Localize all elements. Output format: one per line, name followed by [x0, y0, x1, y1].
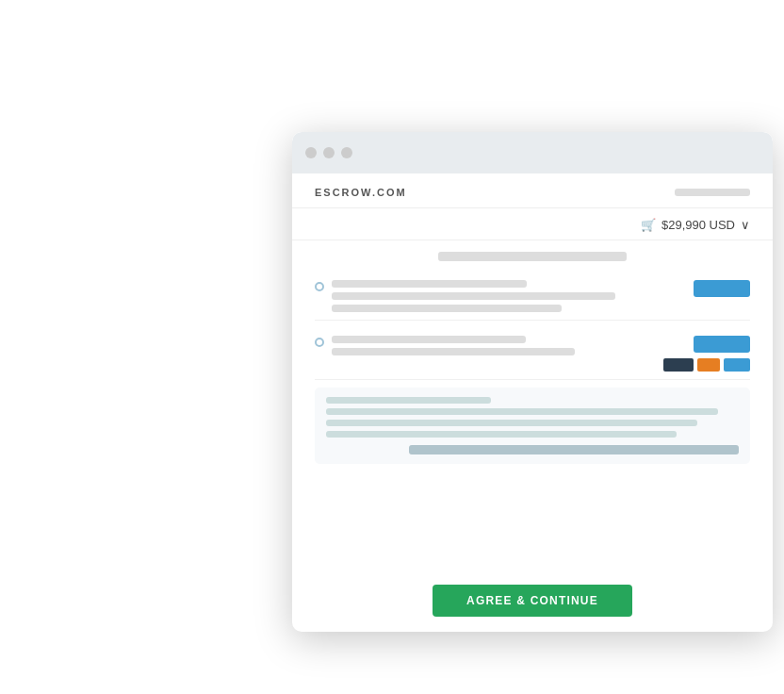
- browser-dot-3: [341, 147, 352, 158]
- agree-continue-button[interactable]: AGREE & CONTINUE: [433, 585, 632, 617]
- action-btn-blue-2: [694, 336, 750, 353]
- section-dot-1: [315, 282, 324, 291]
- terms-line-2: [326, 420, 697, 426]
- code-text: [19, 19, 575, 39]
- cart-icon: 🛒: [641, 218, 656, 232]
- escrow-main-content: [292, 240, 773, 573]
- page-title-placeholder: [438, 252, 627, 261]
- section-lines-1: [332, 280, 686, 312]
- action-btn-teal: [724, 358, 750, 372]
- line-2-1: [332, 336, 526, 343]
- section-actions-1: [694, 280, 750, 297]
- cart-summary: 🛒 $29,990 USD ∨: [641, 218, 750, 232]
- section-dot-2: [315, 338, 324, 347]
- action-btn-blue-1: [694, 280, 750, 297]
- terms-line-1: [326, 408, 718, 415]
- transaction-section-1: [315, 273, 750, 321]
- line-1-1: [332, 280, 527, 288]
- cart-amount: $29,990 USD: [662, 218, 735, 232]
- transaction-section-2: [315, 328, 750, 380]
- escrow-logo: ESCROW.COM: [315, 187, 407, 198]
- action-btn-orange: [697, 358, 720, 372]
- line-1-3: [332, 305, 562, 312]
- terms-action-line: [409, 445, 739, 454]
- action-btn-dark: [663, 358, 694, 372]
- browser-content: ESCROW.COM 🛒 $29,990 USD ∨: [292, 174, 773, 632]
- nav-placeholder: [675, 189, 750, 196]
- browser-titlebar: [292, 132, 773, 174]
- terms-line-3: [326, 431, 677, 438]
- section-lines-2: [332, 336, 656, 355]
- line-2-2: [332, 348, 575, 355]
- cart-area: 🛒 $29,990 USD ∨: [292, 208, 773, 240]
- terms-section: [315, 388, 750, 464]
- browser-dot-1: [305, 147, 317, 158]
- agree-button-area: AGREE & CONTINUE: [292, 573, 773, 632]
- section-actions-2: [663, 336, 750, 372]
- browser-dot-2: [323, 147, 335, 158]
- cart-chevron-icon: ∨: [741, 218, 750, 232]
- escrow-site-header: ESCROW.COM: [292, 174, 773, 208]
- browser-window: ESCROW.COM 🛒 $29,990 USD ∨: [292, 132, 773, 632]
- terms-line-header: [326, 397, 491, 404]
- line-1-2: [332, 292, 615, 300]
